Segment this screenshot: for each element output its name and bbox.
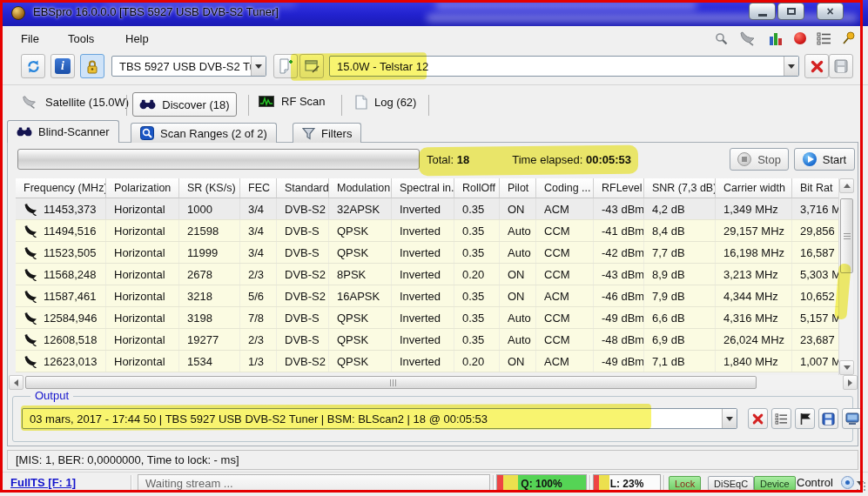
column-header[interactable]: Frequency (MHz) <box>16 178 106 198</box>
table-cell: 12623,013 <box>16 351 106 372</box>
output-save-button[interactable] <box>818 408 838 429</box>
table-cell: 4,316 MHz <box>716 307 792 328</box>
chevron-down-icon[interactable] <box>722 409 737 428</box>
table-row[interactable]: 12608,518Horizontal192772/3DVB-SQPSKInve… <box>16 329 838 351</box>
output-details-button[interactable] <box>771 408 791 429</box>
stop-label: Stop <box>757 153 781 166</box>
column-header[interactable]: RollOff <box>454 178 500 198</box>
table-cell: Auto <box>500 307 536 328</box>
table-cell: ON <box>500 264 536 285</box>
column-header[interactable]: FEC <box>240 178 277 198</box>
save-satellite-button[interactable] <box>829 54 853 78</box>
column-header[interactable]: Coding ... <box>536 178 594 198</box>
maximize-button[interactable] <box>777 3 804 20</box>
column-header[interactable]: RFLevel <box>594 178 644 198</box>
column-header[interactable]: SNR (7,3 dB) <box>644 178 716 198</box>
table-row[interactable]: 11453,373Horizontal10003/4DVB-S232APSKIn… <box>16 198 838 220</box>
scroll-right-button[interactable] <box>843 375 858 390</box>
table-cell: 11494,516 <box>16 220 106 241</box>
chevron-down-icon[interactable] <box>251 57 266 76</box>
quality-meter: Q: 100% <box>496 474 587 492</box>
vertical-scroll-thumb[interactable] <box>840 198 853 273</box>
delete-satellite-button[interactable] <box>804 54 829 78</box>
device-indicator[interactable]: Device <box>754 476 796 491</box>
start-button[interactable]: Start <box>794 148 855 171</box>
table-cell: 19277 <box>179 329 240 350</box>
scroll-down-button[interactable] <box>839 360 854 375</box>
column-header[interactable]: Polarization <box>106 178 179 198</box>
table-row[interactable]: 11568,248Horizontal26782/3DVB-S28PSKInve… <box>16 264 838 285</box>
control-icon[interactable] <box>841 476 854 489</box>
table-cell: 0.20 <box>454 264 500 285</box>
table-row[interactable]: 12584,946Horizontal31987/8DVB-SQPSKInver… <box>16 307 838 329</box>
fullts-link[interactable]: FullTS [F: 1] <box>10 476 76 489</box>
column-header[interactable]: Carrier width <box>716 178 792 198</box>
subtab-ranges-label: Scan Ranges (2 of 2) <box>160 127 267 140</box>
record-icon[interactable] <box>794 32 806 44</box>
results-table: Frequency (MHz)PolarizationSR (KS/s)FECS… <box>16 178 838 372</box>
table-cell: Horizontal <box>106 264 179 285</box>
table-cell: -42 dBm <box>594 242 644 263</box>
column-header[interactable]: Spectral in... <box>392 178 454 198</box>
output-tv-button[interactable] <box>842 408 862 429</box>
tab-discover[interactable]: Discover (18) <box>132 92 237 117</box>
tab-rfscan[interactable]: RF Scan <box>259 95 326 108</box>
satellite-tab-icon <box>21 95 38 110</box>
output-select[interactable]: 03 mars, 2017 - 17:44 50 | TBS 5927 USB … <box>22 408 737 429</box>
subtab-blind-scanner[interactable]: Blind-Scanner <box>7 120 119 143</box>
diseqc-button[interactable]: DiSEqC <box>708 476 754 491</box>
column-header[interactable]: Standard <box>277 178 329 198</box>
table-row[interactable]: 11523,505Horizontal119993/4DVB-SQPSKInve… <box>16 242 838 264</box>
filter-funnel-icon <box>302 127 315 140</box>
search-icon[interactable] <box>715 32 728 45</box>
table-cell: 29,856 <box>792 220 838 241</box>
table-row[interactable]: 11587,461Horizontal32185/6DVB-S216APSKIn… <box>16 285 838 307</box>
info-button[interactable]: i <box>50 54 75 78</box>
satellite-dish-tool-icon[interactable] <box>738 31 757 46</box>
chart-icon[interactable] <box>768 31 784 46</box>
playlist-icon[interactable] <box>817 32 831 45</box>
pushpin-icon[interactable] <box>842 31 856 45</box>
output-delete-button[interactable] <box>748 408 768 429</box>
rename-button[interactable] <box>299 54 324 78</box>
tab-satellite[interactable]: Satellite (15.0W) <box>21 95 129 110</box>
column-header[interactable]: Bit Rat <box>792 178 838 198</box>
table-cell: Horizontal <box>106 329 179 350</box>
table-row[interactable]: 12623,013Horizontal15341/3DVB-S2QPSKInve… <box>16 351 838 372</box>
lock-button[interactable] <box>80 54 104 78</box>
menu-help[interactable]: Help <box>120 30 154 47</box>
subtab-scan-ranges[interactable]: Scan Ranges (2 of 2) <box>131 123 277 143</box>
output-flag-button[interactable] <box>795 408 815 429</box>
title-bar[interactable]: EBSpro 16.0.0.0 [TBS 5927 USB DVB-S2 Tun… <box>0 0 868 26</box>
close-button[interactable]: × <box>817 3 844 20</box>
tuner-select[interactable]: TBS 5927 USB DVB-S2 Tuner <box>111 56 266 77</box>
column-header[interactable]: Pilot <box>500 178 536 198</box>
column-header[interactable]: SR (KS/s) <box>179 178 240 198</box>
new-note-button[interactable] <box>273 54 298 78</box>
lock-indicator[interactable]: Lock <box>669 476 701 491</box>
table-cell: 1,840 MHz <box>716 351 792 372</box>
refresh-button[interactable] <box>21 54 45 78</box>
tab-log[interactable]: Log (62) <box>355 95 416 110</box>
table-cell: DVB-S <box>277 220 329 241</box>
horizontal-scrollbar[interactable] <box>9 375 858 390</box>
vertical-scrollbar[interactable] <box>838 178 853 375</box>
scan-stats: Total: 18 Time elapsed: 00:05:53 <box>427 153 631 166</box>
menu-tools[interactable]: Tools <box>63 30 99 47</box>
table-row[interactable]: 11494,516Horizontal215983/4DVB-SQPSKInve… <box>16 220 838 242</box>
table-cell: Inverted <box>392 264 454 285</box>
table-cell: 16,587 <box>792 242 838 263</box>
scroll-left-button[interactable] <box>9 375 24 390</box>
scroll-up-button[interactable] <box>839 178 854 193</box>
table-cell: Horizontal <box>106 198 179 219</box>
resize-grip[interactable] <box>857 482 865 491</box>
table-cell: QPSK <box>329 307 392 328</box>
chevron-down-icon[interactable] <box>784 57 798 76</box>
satellite-select[interactable]: 15.0W - Telstar 12 <box>329 56 799 77</box>
column-header[interactable]: Modulation <box>329 178 392 198</box>
stop-button[interactable]: Stop <box>730 148 789 171</box>
horizontal-scroll-thumb[interactable] <box>25 376 757 389</box>
minimize-button[interactable] <box>749 3 776 20</box>
menu-file[interactable]: File <box>16 30 44 47</box>
subtab-filters[interactable]: Filters <box>293 123 361 143</box>
